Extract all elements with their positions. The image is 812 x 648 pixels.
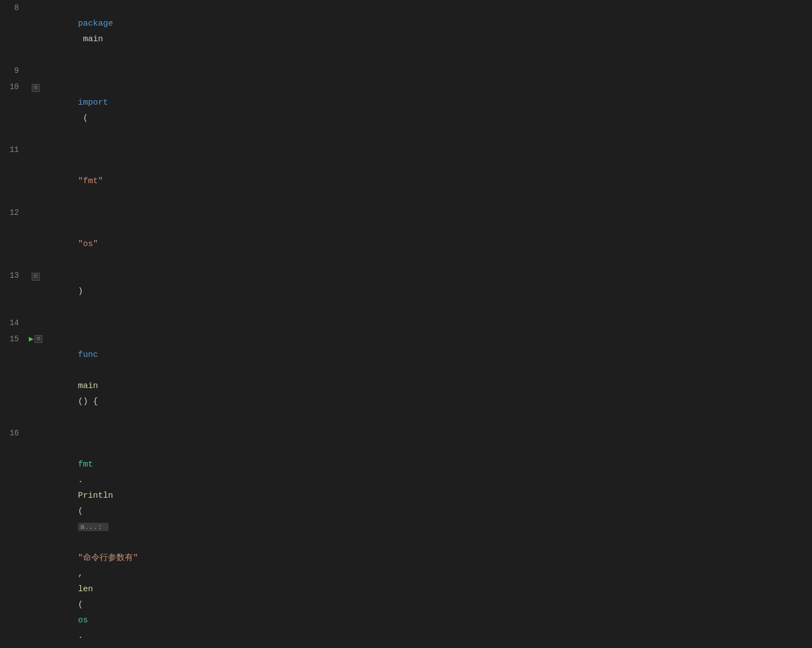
pkg-fmt-1: fmt: [78, 460, 93, 469]
code-content-11: "fmt": [43, 143, 812, 205]
code-content-10: import (: [43, 80, 812, 142]
fold-icon-15[interactable]: ⊟: [35, 335, 42, 343]
code-line-14: 14: [0, 315, 812, 331]
code-content-15: func main () {: [43, 332, 812, 425]
code-content-9: [43, 63, 812, 79]
code-line-15: 15 ▶ ⊟ func main () {: [0, 331, 812, 425]
code-line-16: 16 fmt . Println ( a...: "命令行参数有" , len …: [0, 425, 812, 648]
code-line-9: 9: [0, 63, 812, 79]
code-content-8: package main: [43, 1, 812, 63]
keyword-package: package: [78, 19, 113, 28]
func-println: Println: [78, 491, 113, 500]
code-editor: 8 package main 9 10 ⊟ import ( 11 "fmt": [0, 0, 812, 648]
line-num-12: 12: [0, 205, 28, 220]
code-content-16: fmt . Println ( a...: "命令行参数有" , len ( o…: [43, 426, 812, 648]
code-content-14: [43, 316, 812, 331]
gutter-13[interactable]: ⊟: [28, 273, 43, 281]
string-os: "os": [78, 239, 98, 249]
code-line-13: 13 ⊟ ): [0, 268, 812, 315]
code-line-12: 12 "os": [0, 205, 812, 268]
line-num-14: 14: [0, 315, 28, 331]
pkg-os-1: os: [78, 616, 88, 625]
keyword-func: func: [78, 350, 98, 360]
line-num-8: 8: [0, 0, 28, 16]
code-content-13: ): [43, 268, 812, 315]
run-icon-15[interactable]: ▶: [29, 331, 33, 347]
fold-icon-13[interactable]: ⊟: [32, 273, 40, 281]
line-num-9: 9: [0, 63, 28, 78]
keyword-import: import: [78, 98, 108, 107]
line-num-16: 16: [0, 425, 28, 441]
code-line-10: 10 ⊟ import (: [0, 79, 812, 142]
code-line-11: 11 "fmt": [0, 142, 812, 205]
fold-icon-10[interactable]: ⊟: [32, 84, 40, 92]
param-hint-a: a...:: [78, 523, 109, 531]
line-num-13: 13: [0, 268, 28, 283]
func-len: len: [78, 585, 93, 594]
code-line-8: 8 package main: [0, 0, 812, 63]
func-name-main: main: [78, 381, 98, 391]
line-num-10: 10: [0, 79, 28, 95]
str-cmd-arg: "命令行参数有": [78, 553, 138, 563]
line-num-15: 15: [0, 331, 28, 347]
gutter-15[interactable]: ▶ ⊟: [28, 331, 43, 347]
line-num-11: 11: [0, 142, 28, 158]
code-content-12: "os": [43, 205, 812, 268]
string-fmt: "fmt": [78, 176, 103, 186]
gutter-10[interactable]: ⊟: [28, 84, 43, 92]
